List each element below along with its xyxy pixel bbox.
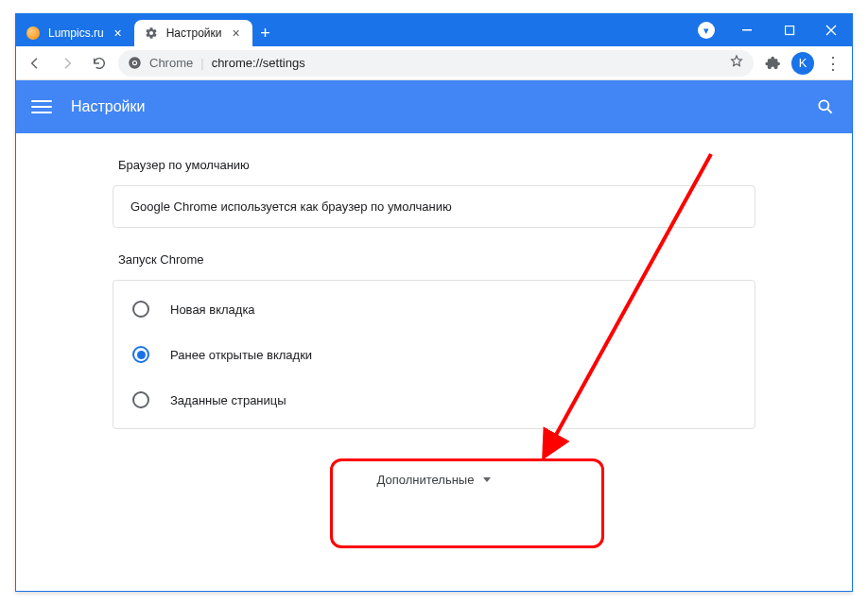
tab-settings[interactable]: Настройки × <box>134 20 252 46</box>
page-title: Настройки <box>71 98 145 115</box>
tab-title: Lumpics.ru <box>48 26 104 40</box>
settings-content: Браузер по умолчанию Google Chrome испол… <box>113 133 755 540</box>
chevron-down-icon <box>483 477 491 482</box>
avatar[interactable]: K <box>791 52 814 75</box>
advanced-toggle[interactable]: Дополнительные <box>113 458 755 502</box>
advanced-label: Дополнительные <box>377 473 475 487</box>
radio-label: Новая вкладка <box>170 302 255 317</box>
startup-card: Новая вкладка Ранее открытые вкладки Зад… <box>113 280 755 429</box>
page-area: Настройки Браузер по умолчанию Google Ch… <box>16 80 852 591</box>
divider: | <box>200 56 203 70</box>
back-button[interactable] <box>22 50 48 77</box>
startup-option-continue[interactable]: Ранее открытые вкладки <box>113 332 755 377</box>
window-close-button[interactable] <box>810 14 852 46</box>
url-text: chrome://settings <box>212 56 305 70</box>
forward-button[interactable] <box>54 50 80 77</box>
radio-icon <box>132 346 149 363</box>
svg-point-5 <box>819 100 828 110</box>
radio-icon <box>132 391 149 408</box>
svg-point-4 <box>133 61 136 64</box>
radio-label: Заданные страницы <box>170 393 286 407</box>
default-browser-status: Google Chrome используется как браузер п… <box>130 199 452 214</box>
close-icon[interactable]: × <box>112 26 125 40</box>
section-startup-label: Запуск Chrome <box>118 252 755 267</box>
search-icon[interactable] <box>814 95 837 118</box>
browser-window: Lumpics.ru × Настройки × + ▾ <box>15 13 853 592</box>
close-icon[interactable]: × <box>230 26 243 40</box>
toolbar: Chrome | chrome://settings K ⋮ <box>16 46 852 80</box>
extensions-button[interactable] <box>759 50 786 77</box>
new-tab-button[interactable]: + <box>252 20 279 46</box>
radio-icon <box>132 301 149 318</box>
minimize-button[interactable] <box>727 14 769 46</box>
profile-indicator[interactable]: ▾ <box>686 14 727 46</box>
lumpics-favicon <box>26 26 41 41</box>
settings-scroll[interactable]: Браузер по умолчанию Google Chrome испол… <box>16 133 852 591</box>
hamburger-icon[interactable] <box>31 96 52 117</box>
svg-rect-1 <box>785 26 793 34</box>
star-icon[interactable] <box>729 54 744 72</box>
maximize-button[interactable] <box>769 14 810 46</box>
startup-option-specific[interactable]: Заданные страницы <box>113 377 755 423</box>
address-bar[interactable]: Chrome | chrome://settings <box>118 50 754 77</box>
startup-option-new-tab[interactable]: Новая вкладка <box>113 286 755 332</box>
tab-title: Настройки <box>166 26 222 40</box>
chrome-icon <box>128 56 142 70</box>
section-default-browser-label: Браузер по умолчанию <box>118 158 755 172</box>
reload-button[interactable] <box>86 50 113 77</box>
titlebar: Lumpics.ru × Настройки × + ▾ <box>16 14 852 46</box>
radio-label: Ранее открытые вкладки <box>170 348 312 362</box>
scheme-label: Chrome <box>149 56 193 70</box>
settings-header: Настройки <box>16 80 852 133</box>
default-browser-card: Google Chrome используется как браузер п… <box>113 185 755 228</box>
tab-lumpics[interactable]: Lumpics.ru × <box>16 20 134 46</box>
kebab-menu-button[interactable]: ⋮ <box>820 50 846 77</box>
profile-dot-icon: ▾ <box>698 22 715 39</box>
svg-rect-0 <box>742 29 752 31</box>
gear-icon <box>144 26 159 41</box>
avatar-letter: K <box>799 56 807 70</box>
